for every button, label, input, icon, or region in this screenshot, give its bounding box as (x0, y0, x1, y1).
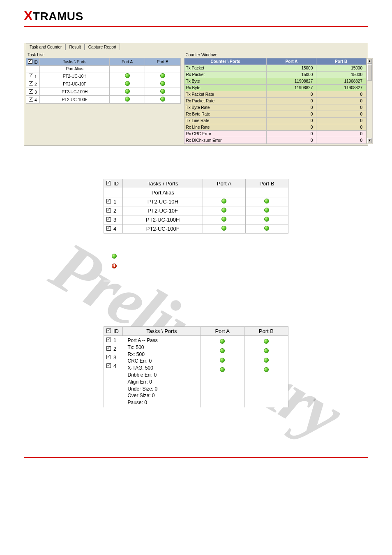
row-id: 4 (113, 226, 116, 232)
tasks-header: Tasks \ Ports (123, 179, 203, 188)
brand-logo-prefix: X (24, 8, 33, 23)
vertical-scrollbar[interactable]: ▲ ▼ (367, 58, 373, 144)
row-checkbox[interactable] (106, 199, 111, 204)
status-orb-icon (264, 199, 269, 204)
counter-name: Rx Line Rate (184, 124, 267, 131)
row-checkbox[interactable] (29, 97, 33, 102)
select-all-checkbox[interactable] (106, 328, 111, 333)
counter-row: Rx Packet Rate00 (184, 98, 366, 104)
counter-name: Tx Line Rate (184, 118, 267, 124)
status-orb-icon (125, 97, 130, 102)
status-orb-icon (220, 367, 225, 372)
status-orb-icon (125, 81, 130, 86)
row-name: PT2-UC-100H (39, 88, 110, 96)
scroll-down-icon[interactable]: ▼ (367, 138, 372, 143)
status-fail-orb-icon (112, 264, 117, 268)
row-id: 4 (113, 363, 116, 369)
counter-row: Rx Byte Rate00 (184, 111, 366, 118)
app-panel: Task and Counter Result Capture Report T… (24, 43, 368, 146)
counter-value-a: 11908827 (267, 78, 316, 85)
counter-name: Tx Packet Rate (184, 91, 267, 98)
select-all-checkbox[interactable] (28, 59, 32, 64)
status-orb-icon (160, 73, 165, 78)
row-checkbox[interactable] (106, 217, 111, 222)
task-list-table: ID Tasks \ Ports Port A Port B Port Alia… (26, 58, 181, 104)
status-orb-icon (264, 339, 269, 344)
row-name: PT2-UC-10H (39, 72, 110, 80)
tooltip-line: Under Size: 0 (128, 386, 197, 393)
counter-name: Tx Packet (184, 65, 267, 72)
counter-row: Tx Packet1500015000 (184, 65, 366, 72)
row-checkbox[interactable] (106, 208, 111, 213)
counter-value-a: 0 (267, 111, 316, 118)
tab-capture-report[interactable]: Capture Report (85, 44, 120, 50)
port-alias-header: Port Alias (39, 66, 110, 72)
row-name: PT2-UC-100H (123, 215, 203, 224)
counter-value-a: 0 (267, 131, 316, 137)
status-orb-icon (264, 367, 269, 372)
row-checkbox[interactable] (106, 226, 111, 231)
port-alias-header: Port Alias (123, 188, 203, 197)
tooltip-line: Tx: 500 (128, 344, 197, 351)
counter-value-b: 0 (316, 104, 366, 111)
task-row: 2 PT2-UC-10F (104, 206, 288, 215)
tooltip-line: Rx: 500 (128, 351, 197, 358)
counter-value-a: 11908827 (267, 85, 316, 91)
row-id: 2 (35, 82, 37, 87)
select-all-checkbox[interactable] (106, 181, 111, 185)
tooltip-line: Dribble Err: 0 (128, 372, 197, 379)
counter-row: Tx Packet Rate00 (184, 91, 366, 98)
task-row: 2 PT2-UC-10F (26, 80, 181, 88)
counter-value-b: 15000 (316, 65, 366, 72)
counter-name: Tx Byte Rate (184, 104, 267, 111)
counter-value-a: 0 (267, 91, 316, 98)
tooltip-line: Over Size: 0 (128, 392, 197, 399)
row-name: PT2-UC-100F (39, 96, 110, 104)
status-orb-icon (264, 226, 269, 231)
counter-header-portb: Port B (316, 58, 366, 65)
status-orb-icon (220, 339, 225, 344)
status-orb-icon (160, 81, 165, 86)
tab-task-counter[interactable]: Task and Counter (26, 44, 65, 50)
status-orb-icon (125, 73, 130, 78)
counter-value-a: 0 (267, 104, 316, 111)
scroll-thumb[interactable] (367, 64, 372, 81)
porta-header: Port A (203, 179, 245, 188)
counter-row: Tx Byte1190882711908827 (184, 78, 366, 85)
status-orb-icon (220, 358, 225, 363)
id-header: ID (113, 180, 119, 187)
row-name: PT2-UC-100F (123, 224, 203, 234)
counter-value-b: 0 (316, 111, 366, 118)
port-status-tooltip: Port A -- Pass Tx: 500 Rx: 500 CRC Err: … (126, 337, 197, 406)
counter-name: Tx Byte (184, 78, 267, 85)
tab-result[interactable]: Result (65, 44, 84, 50)
row-checkbox[interactable] (29, 89, 33, 94)
row-checkbox[interactable] (29, 74, 33, 78)
tooltip-line: Port A -- Pass (128, 337, 197, 344)
counter-value-b: 15000 (316, 72, 366, 78)
counter-name: Rx CRC Error (184, 131, 267, 137)
row-checkbox[interactable] (106, 363, 111, 368)
task-row: 4 PT2-UC-100F (104, 224, 288, 234)
status-orb-icon (264, 348, 269, 353)
row-checkbox[interactable] (106, 338, 111, 342)
row-checkbox[interactable] (29, 81, 33, 86)
counter-value-a: 0 (267, 118, 316, 124)
scroll-up-icon[interactable]: ▲ (367, 59, 372, 64)
id-header: ID (113, 328, 119, 334)
row-id: 4 (35, 98, 37, 102)
tooltip-line: X-TAG: 500 (128, 365, 197, 372)
row-checkbox[interactable] (106, 346, 111, 351)
status-orb-icon (160, 97, 165, 102)
row-checkbox[interactable] (106, 355, 111, 359)
counter-value-b: 0 (316, 137, 366, 144)
tooltip-line: CRC Err: 0 (128, 358, 197, 365)
counter-name: Rx Byte (184, 85, 267, 91)
tooltip-line: Align Err: 0 (128, 379, 197, 386)
counter-value-b: 0 (316, 91, 366, 98)
counter-value-a: 0 (267, 98, 316, 104)
task-row: 1 PT2-UC-10H (104, 197, 288, 206)
counter-row: Rx Packet1500015000 (184, 72, 366, 78)
status-orb-icon (264, 208, 269, 213)
task-row: 3 PT2-UC-100H (104, 215, 288, 224)
